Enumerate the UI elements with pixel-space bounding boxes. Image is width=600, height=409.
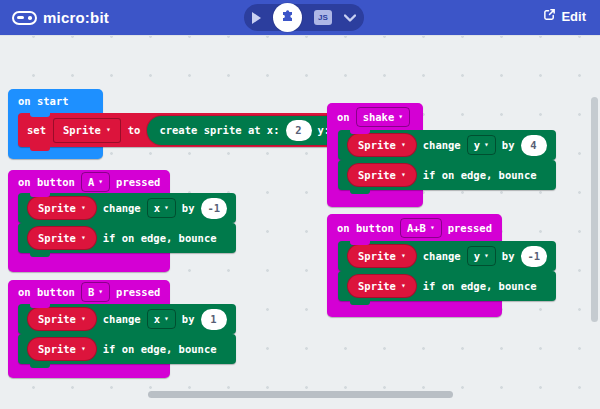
chevron-down-icon — [344, 10, 356, 25]
dropdown-arrow-icon: ▾ — [401, 252, 406, 260]
play-button[interactable] — [252, 12, 261, 24]
edit-button[interactable]: Edit — [543, 8, 586, 24]
variable-dropdown[interactable]: Sprite ▾ — [347, 274, 417, 298]
edit-label: Edit — [561, 9, 586, 24]
block-workspace[interactable]: on start set Sprite ▾ to create sprite a… — [0, 35, 600, 409]
block-on-button-a[interactable]: on button A ▾ pressed Sprite ▾ change x … — [8, 170, 170, 272]
dropdown-arrow-icon: ▾ — [398, 113, 403, 121]
variable-dropdown[interactable]: Sprite ▾ — [27, 307, 97, 331]
dropdown-arrow-icon: ▾ — [81, 234, 86, 242]
dropdown-arrow-icon: ▾ — [81, 315, 86, 323]
play-icon — [252, 12, 261, 24]
variable-name: Sprite — [38, 202, 76, 214]
button-choice-dropdown[interactable]: A+B ▾ — [400, 218, 442, 238]
change-value-input[interactable]: 4 — [521, 135, 547, 156]
variable-dropdown[interactable]: Sprite ▾ — [27, 337, 97, 361]
by-label: by — [502, 250, 515, 262]
dropdown-arrow-icon: ▾ — [484, 252, 489, 260]
microbit-logo[interactable]: micro:bit — [12, 9, 109, 26]
block-on-shake[interactable]: on shake ▾ Sprite ▾ change y ▾ by 4 — [327, 103, 423, 207]
dropdown-arrow-icon: ▾ — [106, 126, 111, 134]
change-label: change — [103, 202, 141, 214]
button-choice: A — [88, 176, 94, 188]
variable-name: Sprite — [38, 343, 76, 355]
axis-dropdown[interactable]: x ▾ — [147, 198, 176, 218]
brand-title: micro:bit — [43, 9, 109, 26]
by-label: by — [182, 313, 195, 325]
mode-dropdown-button[interactable] — [344, 10, 356, 25]
pressed-label: pressed — [448, 222, 492, 234]
axis-name: y — [474, 250, 480, 262]
variable-dropdown[interactable]: Sprite ▾ — [347, 163, 417, 187]
dropdown-arrow-icon: ▾ — [164, 204, 169, 212]
axis-name: x — [154, 202, 160, 214]
block-sprite-bounce[interactable]: Sprite ▾ if on edge, bounce — [338, 160, 556, 190]
block-sprite-change[interactable]: Sprite ▾ change x ▾ by 1 — [18, 304, 236, 334]
bounce-label: if on edge, bounce — [423, 169, 537, 181]
on-start-label: on start — [18, 95, 69, 107]
change-label: change — [423, 139, 461, 151]
on-button-label: on button — [337, 222, 394, 234]
pressed-label: pressed — [116, 176, 160, 188]
variable-dropdown[interactable]: Sprite ▾ — [347, 133, 417, 157]
button-choice: A+B — [407, 222, 426, 234]
dropdown-arrow-icon: ▾ — [98, 178, 103, 186]
block-on-button-b[interactable]: on button B ▾ pressed Sprite ▾ change x … — [8, 280, 170, 378]
block-sprite-change[interactable]: Sprite ▾ change x ▾ by -1 — [18, 193, 236, 223]
bounce-label: if on edge, bounce — [103, 232, 217, 244]
block-sprite-bounce[interactable]: Sprite ▾ if on edge, bounce — [18, 334, 236, 364]
by-label: by — [502, 139, 515, 151]
variable-name: Sprite — [63, 124, 101, 136]
block-on-button-ab[interactable]: on button A+B ▾ pressed Sprite ▾ change … — [327, 214, 502, 317]
dropdown-arrow-icon: ▾ — [430, 224, 435, 232]
block-sprite-change[interactable]: Sprite ▾ change y ▾ by -1 — [338, 241, 556, 271]
button-choice-dropdown[interactable]: B ▾ — [81, 282, 110, 302]
block-sprite-change[interactable]: Sprite ▾ change y ▾ by 4 — [338, 130, 556, 160]
editor-mode-toggle: JS — [244, 4, 364, 31]
set-label: set — [27, 124, 46, 136]
microbit-face-icon — [12, 11, 37, 25]
js-icon: JS — [314, 10, 332, 25]
change-label: change — [103, 313, 141, 325]
variable-dropdown[interactable]: Sprite ▾ — [347, 244, 417, 268]
by-label: by — [182, 202, 195, 214]
javascript-mode-button[interactable]: JS — [314, 10, 332, 25]
block-set-variable[interactable]: set Sprite ▾ to create sprite at x: 2 y:… — [18, 113, 376, 147]
variable-name: Sprite — [358, 250, 396, 262]
vertical-scrollbar-thumb[interactable] — [591, 97, 598, 322]
variable-name: Sprite — [358, 280, 396, 292]
blocks-mode-button[interactable] — [273, 3, 302, 32]
block-sprite-bounce[interactable]: Sprite ▾ if on edge, bounce — [18, 223, 236, 253]
on-button-label: on button — [18, 176, 75, 188]
puzzle-blocks-icon — [280, 9, 295, 27]
variable-dropdown[interactable]: Sprite ▾ — [53, 118, 121, 143]
axis-name: y — [474, 139, 480, 151]
change-value-input[interactable]: -1 — [521, 246, 548, 267]
variable-name: Sprite — [38, 232, 76, 244]
on-button-label: on button — [18, 286, 75, 298]
change-value-input[interactable]: -1 — [201, 198, 228, 219]
x-value-input[interactable]: 2 — [286, 120, 312, 141]
variable-dropdown[interactable]: Sprite ▾ — [27, 226, 97, 250]
axis-dropdown[interactable]: x ▾ — [147, 309, 176, 329]
gesture-dropdown[interactable]: shake ▾ — [356, 107, 410, 127]
button-choice-dropdown[interactable]: A ▾ — [81, 172, 110, 192]
dropdown-arrow-icon: ▾ — [401, 141, 406, 149]
app-header: micro:bit JS — [0, 0, 600, 35]
bounce-label: if on edge, bounce — [103, 343, 217, 355]
axis-dropdown[interactable]: y ▾ — [467, 246, 496, 266]
variable-dropdown[interactable]: Sprite ▾ — [27, 196, 97, 220]
axis-dropdown[interactable]: y ▾ — [467, 135, 496, 155]
change-value-input[interactable]: 1 — [201, 309, 227, 330]
pressed-label: pressed — [116, 286, 160, 298]
dropdown-arrow-icon: ▾ — [98, 288, 103, 296]
dropdown-arrow-icon: ▾ — [164, 315, 169, 323]
block-on-start[interactable]: on start set Sprite ▾ to create sprite a… — [8, 89, 103, 159]
horizontal-scrollbar-thumb[interactable] — [148, 391, 453, 398]
block-sprite-bounce[interactable]: Sprite ▾ if on edge, bounce — [338, 271, 556, 301]
variable-name: Sprite — [358, 169, 396, 181]
dropdown-arrow-icon: ▾ — [401, 171, 406, 179]
dropdown-arrow-icon: ▾ — [484, 141, 489, 149]
on-label: on — [337, 111, 350, 123]
dropdown-arrow-icon: ▾ — [81, 345, 86, 353]
